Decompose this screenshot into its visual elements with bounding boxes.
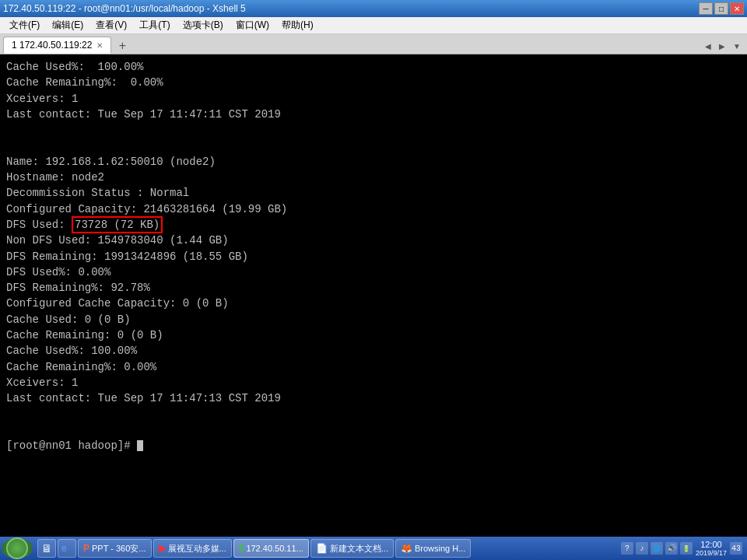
terminal-line [6, 138, 741, 153]
taskbar-right: ? ♪ 🌐 🔊 🔋 12:00 2019/9/17 43 [621, 540, 745, 557]
tab-label: 1 172.40.50.119:22 [12, 40, 92, 51]
terminal-line: Configured Capacity: 21463281664 (19.99 … [6, 201, 741, 217]
menu-view[interactable]: 查看(V) [89, 17, 133, 33]
ie-icon: e [61, 543, 67, 554]
terminal-prompt: [root@nn01 hadoop]# [6, 439, 137, 452]
tab-next-button[interactable]: ▶ [716, 40, 728, 52]
new-tab-button[interactable]: + [114, 38, 130, 54]
terminal-line: Xceivers: 1 [6, 375, 741, 390]
tray-help-icon[interactable]: ? [621, 542, 633, 555]
taskbar-btn-browsing[interactable]: 🦊 Browsing H... [395, 539, 471, 558]
terminal-line: Decommission Status : Normal [6, 185, 741, 201]
taskbar-clock: 12:00 2019/9/17 [696, 540, 727, 557]
terminal-prompt-line: [root@nn01 hadoop]# [6, 438, 741, 453]
highlight-dfs-used: 73728 (72 KB) [72, 216, 163, 233]
show-desktop-icon[interactable]: 43 [730, 542, 742, 555]
tab-bar: 1 172.40.50.119:22 ✕ + ◀ ▶ ▼ [0, 34, 747, 54]
terminal-line [6, 122, 741, 138]
terminal-icon: $ [239, 543, 244, 554]
start-button[interactable] [2, 538, 33, 558]
terminal-line: Xceivers: 1 [6, 91, 741, 107]
title-bar-buttons: ─ □ ✕ [699, 2, 744, 15]
notepad-icon: 📄 [316, 543, 328, 554]
taskbar-btn-notepad[interactable]: 📄 新建文本文档... [310, 539, 394, 558]
terminal-line: Cache Used%: 100.00% [6, 59, 741, 75]
taskbar-btn-terminal[interactable]: $ 172.40.50.11... [233, 539, 309, 558]
terminal-line: Cache Used: 0 (0 B) [6, 312, 741, 327]
menu-tabs[interactable]: 选项卡(B) [177, 17, 230, 33]
terminal-line: DFS Used%: 0.00% [6, 264, 741, 280]
menu-tools[interactable]: 工具(T) [133, 17, 176, 33]
tray-network-icon[interactable]: 🌐 [651, 542, 663, 555]
terminal-line [6, 422, 741, 438]
menu-bar: 文件(F) 编辑(E) 查看(V) 工具(T) 选项卡(B) 窗口(W) 帮助(… [0, 17, 747, 34]
tab-session-1[interactable]: 1 172.40.50.119:22 ✕ [3, 37, 111, 54]
terminal-line [6, 407, 741, 422]
terminal-cursor [137, 440, 143, 451]
taskbar-icon-ie[interactable]: e [58, 539, 76, 558]
terminal-line: Cache Remaining: 0 (0 B) [6, 327, 741, 343]
taskbar-btn-media[interactable]: ▶ 展视互动多媒... [153, 539, 232, 558]
terminal-line: Cache Remaining%: 0.00% [6, 359, 741, 375]
terminal-line: Last contact: Tue Sep 17 11:47:13 CST 20… [6, 390, 741, 406]
tray-volume-icon[interactable]: 🔊 [665, 542, 678, 555]
terminal-label: 172.40.50.11... [246, 544, 303, 553]
menu-file[interactable]: 文件(F) [3, 17, 46, 33]
terminal-line: Cache Used%: 100.00% [6, 343, 741, 359]
terminal-line: Hostname: node2 [6, 170, 741, 185]
clock-date: 2019/9/17 [696, 549, 727, 557]
terminal-line: Configured Cache Capacity: 0 (0 B) [6, 296, 741, 311]
tray-audio-icon[interactable]: ♪ [636, 542, 648, 555]
terminal-line: Last contact: Tue Sep 17 11:47:11 CST 20… [6, 107, 741, 122]
system-tray: ? ♪ 🌐 🔊 🔋 [621, 542, 693, 555]
media-label: 展视互动多媒... [168, 543, 226, 555]
menu-help[interactable]: 帮助(H) [275, 17, 320, 33]
ppt-icon: P [83, 543, 89, 554]
windows-logo [6, 537, 28, 559]
terminal-window[interactable]: Cache Used%: 100.00% Cache Remaining%: 0… [0, 54, 747, 537]
media-icon: ▶ [159, 543, 166, 554]
menu-window[interactable]: 窗口(W) [230, 17, 275, 33]
tab-list-button[interactable]: ▼ [730, 40, 744, 52]
tab-navigation: ◀ ▶ ▼ [702, 40, 744, 54]
taskbar-show-desktop[interactable]: 🖥 [37, 539, 56, 558]
maximize-button[interactable]: □ [714, 2, 728, 15]
terminal-line: DFS Remaining%: 92.78% [6, 280, 741, 296]
notepad-label: 新建文本文档... [330, 543, 388, 555]
clock-time: 12:00 [696, 540, 727, 549]
menu-edit[interactable]: 编辑(E) [46, 17, 89, 33]
tab-close-icon[interactable]: ✕ [96, 41, 103, 50]
title-bar-text: 172.40.50.119:22 - root@nn01:/usr/local/… [3, 3, 246, 14]
close-button[interactable]: ✕ [730, 2, 744, 15]
title-bar: 172.40.50.119:22 - root@nn01:/usr/local/… [0, 0, 747, 17]
desktop-icon: 🖥 [41, 542, 52, 555]
terminal-line-dfs-used: DFS Used: 73728 (72 KB) [6, 217, 741, 233]
terminal-line: DFS Remaining: 19913424896 (18.55 GB) [6, 249, 741, 264]
ppt-label: PPT - 360安... [92, 543, 146, 555]
taskbar: 🖥 e P PPT - 360安... ▶ 展视互动多媒... $ 172.40… [0, 537, 747, 560]
terminal-line: Non DFS Used: 1549783040 (1.44 GB) [6, 233, 741, 248]
terminal-line: Name: 192.168.1.62:50010 (node2) [6, 154, 741, 170]
taskbar-btn-ppt[interactable]: P PPT - 360安... [78, 539, 152, 558]
browsing-icon: 🦊 [401, 543, 412, 554]
minimize-button[interactable]: ─ [699, 2, 713, 15]
tab-prev-button[interactable]: ◀ [702, 40, 714, 52]
terminal-line: Cache Remaining%: 0.00% [6, 75, 741, 90]
tray-battery-icon[interactable]: 🔋 [680, 542, 693, 555]
browsing-label: Browsing H... [415, 544, 465, 553]
